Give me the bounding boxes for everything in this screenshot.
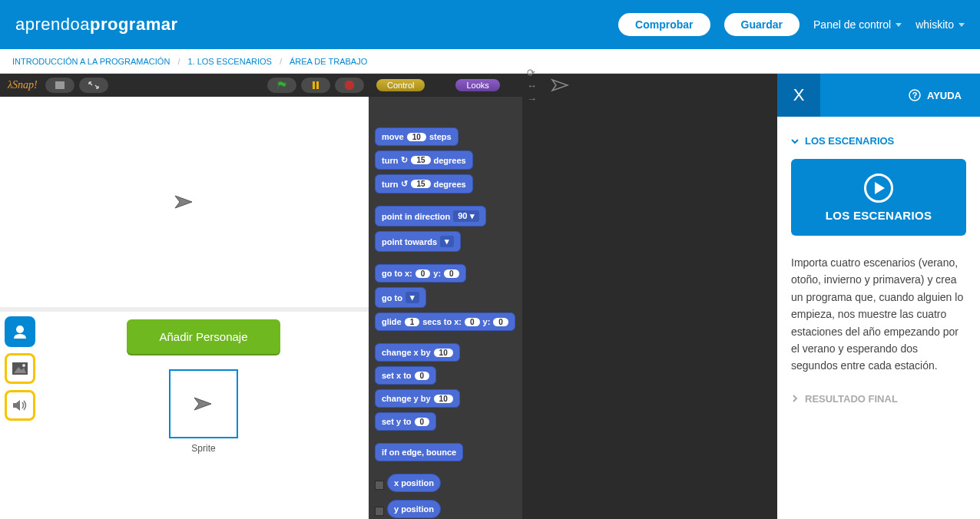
stage-column: λSnap! Añadir Personaje Sprite [0, 74, 369, 519]
app-logo[interactable]: aprendoaprogramar [15, 15, 178, 35]
svg-point-7 [22, 364, 25, 367]
block-change-y[interactable]: change y by10 [375, 389, 460, 408]
sprite-thumbnail[interactable] [169, 369, 238, 438]
svg-text:?: ? [912, 91, 918, 100]
user-menu[interactable]: whiskito [915, 18, 965, 31]
sprites-tab-icon[interactable] [5, 316, 35, 347]
backgrounds-tab-icon[interactable] [5, 353, 35, 384]
play-icon [864, 174, 893, 203]
result-toggle[interactable]: RESULTADO FINAL [791, 393, 966, 405]
svg-point-4 [16, 326, 24, 333]
sprite-on-stage[interactable] [174, 194, 195, 210]
add-sprite-button[interactable]: Añadir Personaje [127, 319, 280, 354]
sprite-area: Añadir Personaje Sprite [38, 312, 369, 519]
script-toolbar: ⟳ ↔ → [522, 74, 777, 97]
stop-button[interactable] [335, 78, 364, 93]
chevron-down-icon [896, 23, 902, 27]
workspace: λSnap! Añadir Personaje Sprite [0, 74, 980, 519]
help-video-card[interactable]: LOS ESCENARIOS [791, 159, 966, 236]
help-tab[interactable]: ? AYUDA [820, 74, 980, 117]
blocks-list: move10steps turn↻15degrees turn↺15degree… [369, 97, 522, 519]
stage-canvas[interactable] [0, 97, 369, 312]
sprite-name-label: Sprite [191, 443, 215, 454]
help-section-toggle[interactable]: LOS ESCENARIOS [791, 135, 966, 147]
rotation-free-icon[interactable]: ⟳ [527, 67, 537, 78]
stage-toolbar: λSnap! [0, 74, 369, 97]
sprite-direction-icon[interactable] [551, 78, 571, 92]
sounds-tab-icon[interactable] [5, 390, 35, 421]
help-icon: ? [909, 89, 921, 101]
check-button[interactable]: Comprobar [618, 13, 710, 36]
block-change-x[interactable]: change x by10 [375, 343, 460, 362]
block-set-y[interactable]: set y to0 [375, 412, 436, 431]
category-tabs: Control Looks [369, 74, 522, 97]
snap-logo[interactable]: λSnap! [5, 79, 41, 91]
close-help-button[interactable]: X [777, 74, 820, 117]
block-turn-right[interactable]: turn↻15degrees [375, 150, 473, 170]
help-tabs: X ? AYUDA [777, 74, 980, 117]
breadcrumb-item-3[interactable]: ÁREA DE TRABAJO [290, 57, 367, 66]
chevron-down-icon [791, 137, 799, 145]
block-glide[interactable]: glide1secs to x:0y:0 [375, 312, 515, 331]
fullscreen-button[interactable] [79, 78, 108, 93]
block-set-x[interactable]: set x to0 [375, 366, 436, 385]
save-button[interactable]: Guardar [724, 13, 800, 36]
block-goto[interactable]: go to▾ [375, 287, 426, 308]
breadcrumb: INTRODUCCIÓN A LA PROGRAMACIÓN / 1. LOS … [0, 49, 980, 74]
y-position-checkbox[interactable] [375, 507, 384, 516]
block-x-position[interactable]: x position [387, 474, 441, 492]
breadcrumb-item-1[interactable]: INTRODUCCIÓN A LA PROGRAMACIÓN [12, 57, 170, 66]
block-point-towards[interactable]: point towards▾ [375, 231, 461, 252]
control-panel-link[interactable]: Panel de control [813, 18, 902, 31]
help-content: LOS ESCENARIOS LOS ESCENARIOS Importa cu… [777, 117, 980, 423]
block-move[interactable]: move10steps [375, 127, 459, 146]
x-position-checkbox[interactable] [375, 481, 384, 490]
rotation-none-icon[interactable]: → [527, 93, 537, 104]
block-goto-xy[interactable]: go to x:0y:0 [375, 264, 466, 283]
svg-marker-3 [345, 81, 354, 90]
breadcrumb-item-2[interactable]: 1. LOS ESCENARIOS [187, 57, 271, 66]
help-description: Importa cuatro escenarios (verano, otoño… [791, 254, 966, 375]
rotation-lr-icon[interactable]: ↔ [527, 80, 537, 91]
chevron-down-icon [958, 23, 965, 27]
blocks-palette: Control Looks move10steps turn↻15degrees… [369, 74, 522, 519]
help-panel: X ? AYUDA LOS ESCENARIOS LOS ESCENARIOS … [777, 74, 980, 519]
block-y-position[interactable]: y position [387, 500, 441, 518]
category-control[interactable]: Control [376, 79, 425, 91]
pause-button[interactable] [301, 78, 330, 93]
category-looks[interactable]: Looks [455, 79, 499, 91]
svg-rect-0 [55, 81, 65, 89]
block-if-edge-bounce[interactable]: if on edge, bounce [375, 443, 463, 461]
svg-rect-1 [313, 81, 315, 89]
block-turn-left[interactable]: turn↺15degrees [375, 174, 473, 193]
script-area[interactable]: ⟳ ↔ → [522, 74, 777, 519]
main-header: aprendoaprogramar Comprobar Guardar Pane… [0, 0, 980, 49]
side-tabs [0, 312, 38, 519]
block-point-direction[interactable]: point in direction90 ▾ [375, 206, 486, 226]
green-flag-button[interactable] [267, 78, 296, 93]
stage-small-button[interactable] [45, 78, 74, 93]
chevron-right-icon [791, 395, 799, 402]
stage-footer: Añadir Personaje Sprite [0, 312, 369, 519]
svg-rect-2 [316, 81, 319, 89]
